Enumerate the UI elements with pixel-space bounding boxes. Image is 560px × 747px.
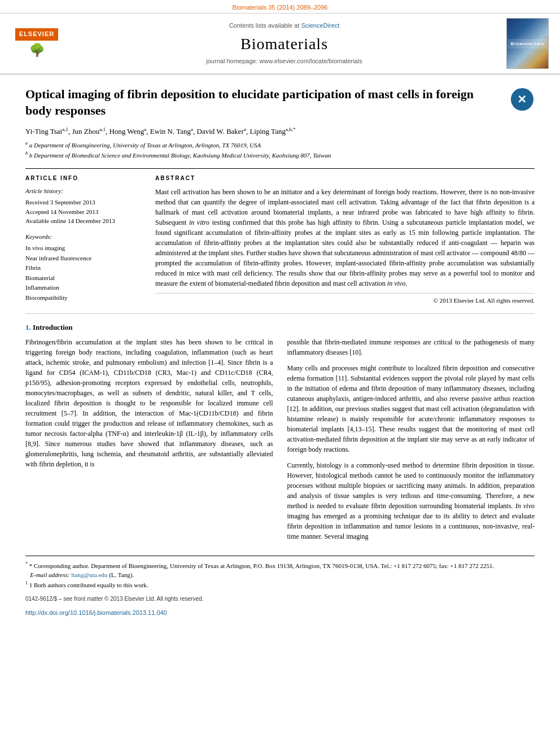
article-history: Article history: Received 3 September 20… — [25, 187, 144, 226]
article-title-text: Optical imaging of fibrin deposition to … — [25, 87, 474, 117]
elsevier-logo: ELSEVIER 🌳 — [11, 28, 62, 59]
affiliation-a: a a Department of Bioengineering, Univer… — [25, 140, 535, 150]
body-col-left: Fibrinogen/fibrin accumulation at the im… — [25, 337, 273, 547]
keyword-4: Biomaterial — [25, 273, 144, 283]
header-main: ELSEVIER 🌳 Contents lists available at S… — [0, 13, 560, 74]
keyword-2: Near infrared fluorescence — [25, 254, 144, 264]
keywords-label: Keywords: — [25, 233, 144, 241]
crossmark-icon: ✕ — [511, 88, 533, 111]
elsevier-tree-icon: 🌳 — [29, 42, 45, 59]
right-column: ABSTRACT Mast cell activation has been s… — [155, 174, 535, 305]
footnotes-block: * * Corresponding author. Department of … — [25, 556, 535, 589]
received-date: Received 3 September 2013 — [25, 198, 144, 207]
cover-label: Biomaterials — [508, 39, 547, 49]
intro-para-1: Fibrinogen/fibrin accumulation at the im… — [25, 337, 273, 469]
abstract-label: ABSTRACT — [155, 174, 535, 182]
bottom-info: 0142-9612/$ – see front matter © 2013 El… — [25, 595, 535, 617]
sciencedirect-link[interactable]: ScienceDirect — [301, 22, 339, 29]
affiliations-block: a a Department of Bioengineering, Univer… — [25, 140, 535, 159]
doi-link[interactable]: http://dx.doi.org/10.1016/j.biomaterials… — [25, 609, 167, 616]
section-title: Introduction — [33, 323, 73, 331]
journal-homepage: journal homepage: www.elsevier.com/locat… — [62, 57, 506, 65]
section-divider — [25, 313, 535, 314]
journal-header: Biomaterials 35 (2014) 2089–2096 ELSEVIE… — [0, 0, 560, 75]
keyword-5: Inflammation — [25, 283, 144, 293]
intro-para-2: possible that fibrin-mediated immune res… — [287, 337, 535, 357]
intro-para-4: Currently, histology is a commonly-used … — [287, 460, 535, 541]
email-line: E-mail address: ltang@uta.edu (L. Tang). — [25, 570, 535, 580]
email-link[interactable]: ltang@uta.edu — [71, 571, 107, 578]
section-number: 1. — [25, 323, 31, 331]
issn-line: 0142-9612/$ – see front matter © 2013 El… — [25, 595, 535, 603]
copyright-line: © 2013 Elsevier Ltd. All rights reserved… — [155, 293, 535, 305]
doi-line: http://dx.doi.org/10.1016/j.biomaterials… — [25, 609, 535, 617]
crossmark-badge[interactable]: ✕ — [509, 86, 535, 112]
available-date: Available online 14 December 2013 — [25, 216, 144, 226]
affiliation-b: b b Department of Biomedical Science and… — [25, 150, 535, 160]
intro-para-3: Many cells and processes might contribut… — [287, 363, 535, 455]
email-label: E-mail address: — [30, 571, 69, 578]
journal-info-center: Contents lists available at ScienceDirec… — [62, 21, 506, 65]
intro-heading: 1. Introduction — [25, 322, 535, 333]
body-two-col: Fibrinogen/fibrin accumulation at the im… — [25, 337, 535, 547]
journal-cover-image: Biomaterials — [506, 18, 549, 69]
contents-line: Contents lists available at ScienceDirec… — [62, 21, 506, 30]
keyword-3: Fibrin — [25, 263, 144, 273]
left-column: ARTICLE INFO Article history: Received 3… — [25, 174, 144, 305]
article-title-block: Optical imaging of fibrin deposition to … — [25, 86, 535, 119]
citation-line: Biomaterials 35 (2014) 2089–2096 — [0, 0, 560, 13]
citation-text: Biomaterials 35 (2014) 2089–2096 — [233, 4, 328, 11]
body-col-right: possible that fibrin-mediated immune res… — [287, 337, 535, 547]
accepted-date: Accepted 14 November 2013 — [25, 207, 144, 217]
keywords-section: Keywords: In vivo imaging Near infrared … — [25, 233, 144, 303]
keyword-1: In vivo imaging — [25, 243, 144, 254]
article-info-abstract: ARTICLE INFO Article history: Received 3… — [25, 168, 535, 305]
history-label: Article history: — [25, 187, 144, 195]
main-content: Optical imaging of fibrin deposition to … — [0, 75, 560, 628]
keyword-6: Biocompatibility — [25, 293, 144, 303]
elsevier-wordmark: ELSEVIER — [15, 28, 58, 40]
footnote-1: 1 1 Both authors contributed equally to … — [25, 580, 535, 589]
journal-title: Biomaterials — [62, 33, 506, 55]
article-info-label: ARTICLE INFO — [25, 174, 144, 182]
authors-line: Yi-Ting Tsaia,1, Jun Zhoua,1, Hong Wenga… — [25, 126, 535, 137]
abstract-text: Mast cell activation has been shown to b… — [155, 187, 535, 289]
corresponding-author: * * Corresponding author. Department of … — [25, 561, 535, 570]
